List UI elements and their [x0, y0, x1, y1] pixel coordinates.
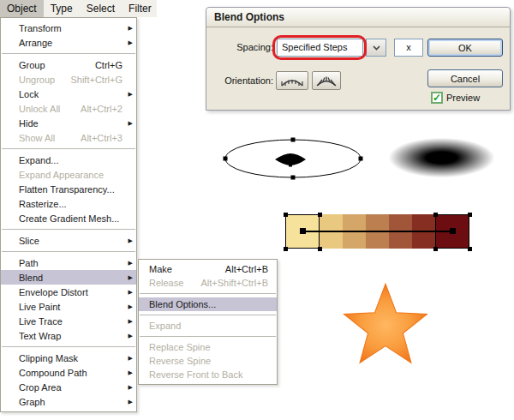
cancel-button[interactable]: Cancel	[427, 69, 503, 87]
steps-input[interactable]: x	[394, 39, 423, 57]
submenu-arrow-icon: ▶	[128, 237, 133, 244]
menu-item-label: Text Wrap	[19, 331, 61, 341]
menu-item-label: Arrange	[19, 38, 52, 48]
menu-item-ungroup[interactable]: UngroupShift+Ctrl+G	[1, 72, 136, 87]
submenu-arrow-icon: ▶	[128, 384, 133, 391]
menu-item-rasterize[interactable]: Rasterize...	[1, 196, 136, 211]
menu-item-transform[interactable]: Transform▶	[1, 21, 136, 35]
spacing-dropdown-button[interactable]	[366, 39, 386, 57]
orientation-label: Orientation:	[206, 75, 273, 86]
submenu-arrow-icon: ▶	[128, 333, 133, 339]
menu-item-slice[interactable]: Slice▶	[1, 233, 136, 248]
menu-item-flatten-transparency[interactable]: Flatten Transparency...	[1, 182, 136, 196]
menu-item-graph[interactable]: Graph▶	[1, 394, 136, 409]
menu-item-hide[interactable]: Hide▶	[1, 116, 136, 130]
submenu-arrow-icon: ▶	[128, 289, 133, 296]
submenu-arrow-icon: ▶	[128, 318, 133, 325]
preview-option: ✓ Preview	[431, 92, 480, 104]
menu-item-crop-area[interactable]: Crop Area▶	[1, 380, 136, 394]
menu-item-expand[interactable]: Expand	[139, 319, 277, 333]
blend-options-dialog: Blend Options Spacing: Specified Steps x…	[206, 7, 511, 111]
menu-item-expand[interactable]: Expand...	[1, 153, 136, 167]
smooth-blend-object[interactable]	[371, 131, 512, 184]
menu-item-compound-path[interactable]: Compound Path▶	[1, 365, 136, 380]
orientation-page-button[interactable]	[276, 71, 308, 90]
menu-item-replace-spine[interactable]: Replace Spine	[139, 340, 277, 354]
menu-separator	[2, 251, 135, 252]
menu-item-shortcut: Ctrl+G	[85, 60, 123, 70]
anchor-point[interactable]	[433, 247, 438, 251]
menu-item-label: Replace Spine	[149, 342, 211, 352]
menu-item-label: Release	[149, 278, 183, 288]
menu-item-label: Envelope Distort	[19, 287, 88, 297]
menu-item-blend[interactable]: Blend▶	[1, 270, 136, 285]
menu-item-label: Slice	[19, 236, 39, 246]
menu-separator	[140, 315, 276, 315]
star-blend-object[interactable]	[341, 279, 430, 367]
menu-item-live-paint[interactable]: Live Paint▶	[1, 299, 136, 314]
anchor-point[interactable]	[318, 213, 322, 217]
menu-item-envelope-distort[interactable]: Envelope Distort▶	[1, 285, 136, 299]
anchor-point[interactable]	[433, 213, 438, 217]
submenu-arrow-icon: ▶	[128, 369, 133, 376]
menu-separator	[2, 346, 135, 347]
menu-item-release[interactable]: ReleaseAlt+Shift+Ctrl+B	[139, 276, 277, 290]
menu-item-reverse-spine[interactable]: Reverse Spine	[139, 354, 277, 368]
menu-item-shortcut: Alt+Shift+Ctrl+B	[190, 278, 268, 288]
menu-item-label: Expand	[149, 321, 181, 331]
menu-item-label: Live Trace	[19, 316, 63, 327]
submenu-arrow-icon: ▶	[128, 303, 133, 310]
spacing-select[interactable]: Specified Steps	[277, 39, 363, 57]
spine-end-handle[interactable]	[450, 228, 456, 234]
menu-item-label: Transform	[19, 23, 62, 33]
blend-ellipse-object[interactable]	[216, 130, 370, 185]
menu-item-arrange[interactable]: Arrange▶	[1, 35, 136, 50]
ok-button[interactable]: OK	[427, 39, 503, 57]
anchor-point[interactable]	[468, 213, 472, 217]
preview-label: Preview	[446, 93, 480, 103]
orientation-path-button[interactable]	[312, 71, 341, 90]
menu-item-live-trace[interactable]: Live Trace▶	[1, 314, 136, 328]
menu-separator	[2, 148, 135, 149]
menubar-item-object[interactable]: Object	[0, 0, 44, 17]
menu-item-label: Clipping Mask	[19, 353, 78, 363]
star-shape[interactable]	[344, 284, 427, 363]
menu-item-label: Rasterize...	[19, 199, 67, 209]
menu-item-expand-appearance[interactable]: Expand Appearance	[1, 167, 136, 182]
menu-item-group[interactable]: GroupCtrl+G	[1, 57, 136, 72]
menu-item-label: Reverse Spine	[149, 356, 211, 366]
preview-checkbox[interactable]: ✓	[431, 92, 443, 104]
menu-item-label: Compound Path	[19, 368, 87, 378]
menu-item-make[interactable]: MakeAlt+Ctrl+B	[139, 262, 277, 276]
object-menu-panel: Transform▶Arrange▶GroupCtrl+GUngroupShif…	[0, 17, 137, 412]
anchor-point[interactable]	[284, 247, 288, 251]
menu-item-reverse-front-to-back[interactable]: Reverse Front to Back	[139, 368, 277, 381]
blend-bar[interactable]	[285, 214, 469, 249]
submenu-arrow-icon: ▶	[128, 91, 133, 98]
menubar-item-select[interactable]: Select	[80, 0, 122, 17]
submenu-arrow-icon: ▶	[128, 355, 133, 362]
menu-item-label: Lock	[19, 89, 39, 99]
menu-item-path[interactable]: Path▶	[1, 255, 136, 270]
menu-item-create-gradient-mesh[interactable]: Create Gradient Mesh...	[1, 211, 136, 225]
align-to-path-icon	[315, 74, 338, 87]
menu-item-label: Expand Appearance	[19, 170, 104, 180]
menu-item-label: Show All	[19, 133, 55, 143]
menu-item-lock[interactable]: Lock▶	[1, 87, 136, 101]
menu-item-text-wrap[interactable]: Text Wrap▶	[1, 328, 136, 343]
menu-item-clipping-mask[interactable]: Clipping Mask▶	[1, 351, 136, 365]
menubar-item-type[interactable]: Type	[44, 0, 80, 17]
anchor-point[interactable]	[468, 247, 472, 251]
menu-bar: ObjectTypeSelectFilter	[0, 0, 157, 17]
menu-item-show-all[interactable]: Show AllAlt+Ctrl+3	[1, 130, 136, 145]
blend-submenu-panel: MakeAlt+Ctrl+BReleaseAlt+Shift+Ctrl+BBle…	[138, 259, 278, 385]
anchor-point[interactable]	[318, 247, 322, 251]
menu-item-label: Expand...	[19, 155, 58, 165]
menu-item-unlock-all[interactable]: Unlock AllAlt+Ctrl+2	[1, 101, 136, 116]
menu-item-label: Ungroup	[19, 75, 55, 85]
menu-item-blend-options[interactable]: Blend Options...	[139, 297, 277, 311]
anchor-point[interactable]	[284, 213, 288, 217]
spine-start-handle[interactable]	[300, 228, 306, 234]
chevron-down-icon	[373, 45, 380, 51]
menubar-item-filter[interactable]: Filter	[122, 0, 158, 17]
